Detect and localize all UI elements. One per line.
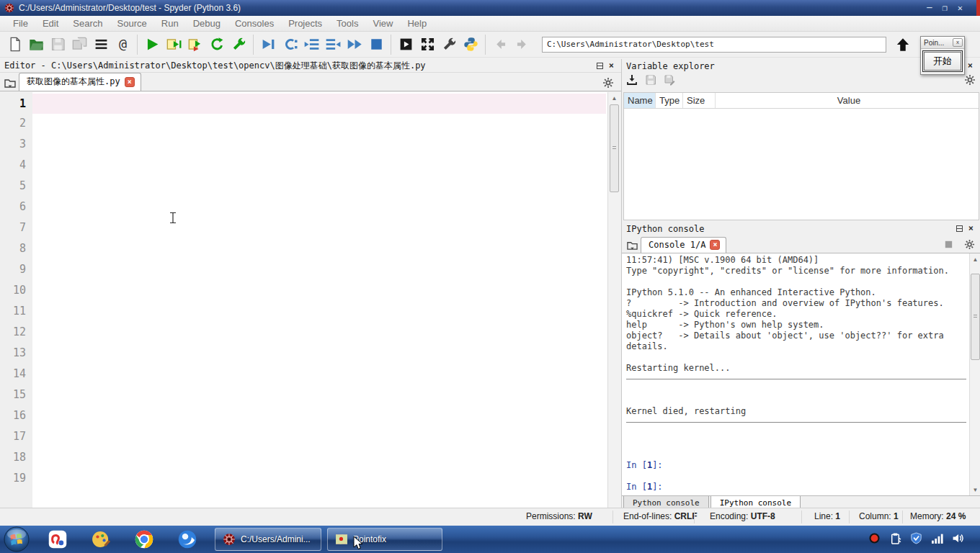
status-permissions: Permissions: RW [526,511,592,521]
tab-close-icon[interactable]: × [710,240,720,250]
gear-icon [964,239,975,250]
editor-options-button[interactable] [600,75,617,91]
taskbar-pinned-paint-app[interactable] [89,527,113,552]
line-number: 18 [0,447,32,468]
continue-execution-button[interactable] [344,35,365,55]
console-options-button[interactable] [964,239,975,253]
pointofix-start-button[interactable]: 开始 [924,52,961,71]
console-scrollbar[interactable]: ▲ ▼ [969,253,980,495]
run-settings-button[interactable] [228,35,249,55]
debug-file-button[interactable] [257,35,279,55]
scroll-up-icon[interactable]: ▲ [970,253,980,265]
import-data-button[interactable] [626,74,638,89]
step-into-button[interactable] [300,35,322,55]
editor-tab[interactable]: 获取图像的基本属性.py × [19,73,141,91]
menu-item-search[interactable]: Search [66,17,110,30]
taskbar-pinned-app-knot[interactable] [45,527,70,552]
maximize-pane-icon [398,37,414,52]
editor-scrollbar[interactable]: ▲ [607,92,620,508]
tab-close-icon[interactable]: × [125,77,135,87]
tray-clipboard-plug[interactable] [889,532,901,547]
variable-explorer-title: Variable explorer [626,61,715,71]
parent-directory-button[interactable] [892,35,914,55]
symbol-finder-button[interactable]: @ [112,35,133,55]
pointofix-window[interactable]: Poin... x 开始 [920,36,965,75]
step-over-button[interactable] [279,35,300,55]
taskbar-pinned-blue-browser[interactable] [175,527,200,552]
save-data-as-button[interactable] [664,74,675,89]
console-output-line: help -> Python's own help system. [626,320,966,331]
taskbar-button-spyder[interactable]: C:/Users/Admini... [215,528,321,551]
stop-debug-button[interactable] [365,35,387,55]
preferences-button[interactable] [438,35,460,55]
line-number: 5 [0,176,32,197]
console-tab[interactable]: Console 1/A × [641,237,726,253]
close-pane-icon[interactable]: × [968,225,974,232]
minimize-button[interactable]: ─ [927,3,932,13]
browse-tabs-button[interactable] [623,237,641,253]
variable-explorer-table[interactable]: NameTypeSizeValue [623,92,979,220]
interrupt-kernel-button[interactable] [943,239,954,253]
menu-item-help[interactable]: Help [400,17,434,30]
console-scrollbar-thumb[interactable] [971,274,980,360]
variable-explorer-options-button[interactable] [964,74,976,89]
console-separator [626,422,966,423]
run-cell-button[interactable] [163,35,184,55]
step-return-button[interactable] [322,35,344,55]
fullscreen-button[interactable] [416,35,438,55]
pointofix-close-button[interactable]: x [953,38,963,47]
menu-item-consoles[interactable]: Consoles [228,17,281,30]
save-icon [645,74,656,86]
menu-item-view[interactable]: View [365,17,400,30]
working-directory-input[interactable] [542,37,886,53]
column-header-name[interactable]: Name [624,93,656,108]
browse-tabs-button[interactable] [1,75,19,91]
column-header-size[interactable]: Size [683,93,716,108]
new-file-button[interactable] [4,35,25,55]
menu-item-projects[interactable]: Projects [281,17,329,30]
rerun-cell-button[interactable] [206,35,228,55]
status-separator [902,511,903,523]
close-pane-icon[interactable]: × [609,63,614,69]
tray-shield[interactable] [910,532,922,547]
window-titlebar[interactable]: C:/Users/Administrator/Desktop/test - Sp… [0,0,980,16]
run-cell-advance-button[interactable] [184,35,206,55]
tray-volume[interactable] [952,532,964,547]
taskbar-pinned-chrome[interactable] [132,527,156,552]
column-header-type[interactable]: Type [656,93,683,108]
tray-record-dot[interactable] [868,532,881,547]
console-tab-bar: Console 1/A × [622,235,980,253]
menu-item-tools[interactable]: Tools [329,17,365,30]
close-pane-icon[interactable]: × [968,63,973,69]
menu-item-debug[interactable]: Debug [186,17,228,30]
save-data-button[interactable] [645,74,656,89]
save-file-button[interactable] [47,35,68,55]
column-header-value[interactable]: Value [716,93,979,108]
start-button[interactable] [3,526,30,553]
menu-item-source[interactable]: Source [110,17,154,30]
save-all-button[interactable] [68,35,90,55]
scroll-down-icon[interactable]: ▼ [970,484,980,495]
python-path-button[interactable] [460,35,481,55]
taskbar-button-pointofix[interactable]: Pointofix [327,528,442,551]
run-file-button[interactable] [141,35,163,55]
code-editor[interactable]: 12345678910111213141516171819 [0,92,607,508]
editor-scrollbar-thumb[interactable] [610,104,619,192]
close-button[interactable]: ✕ [958,3,963,13]
undock-icon[interactable] [956,225,963,232]
file-switcher-button[interactable] [90,35,112,55]
menu-item-run[interactable]: Run [154,17,186,30]
nav-forward-button[interactable] [511,35,533,55]
tray-signal-bars[interactable] [931,532,943,547]
open-file-button[interactable] [25,35,47,55]
undock-icon[interactable] [597,63,603,69]
shield-icon [910,532,922,544]
nav-back-button[interactable] [489,35,511,55]
menu-item-file[interactable]: File [6,17,35,30]
console-output[interactable]: 11:57:41) [MSC v.1900 64 bit (AMD64)]Typ… [622,253,980,495]
menu-item-edit[interactable]: Edit [35,17,66,30]
restore-button[interactable]: ❐ [943,3,948,13]
pointofix-titlebar[interactable]: Poin... x [921,37,964,49]
maximize-pane-button[interactable] [395,35,416,55]
scroll-up-icon[interactable]: ▲ [608,92,620,104]
